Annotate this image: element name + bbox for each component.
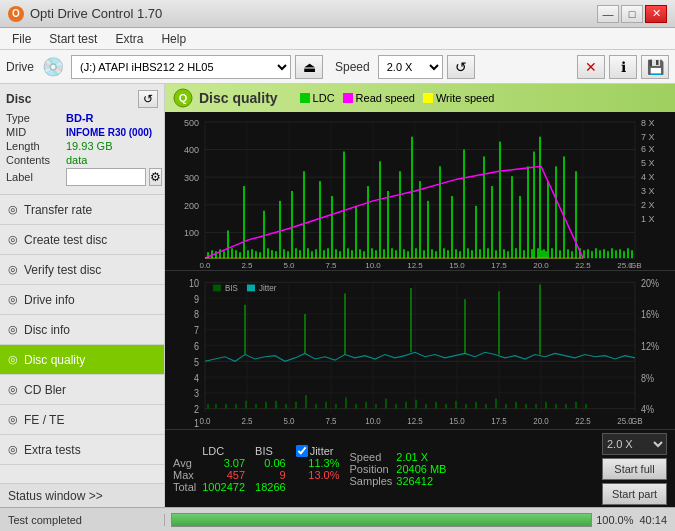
status-text: Test completed — [0, 514, 165, 526]
svg-text:20%: 20% — [641, 277, 659, 289]
svg-rect-200 — [255, 404, 257, 409]
label-gear-button[interactable]: ⚙ — [149, 168, 162, 186]
sidebar-item-disc-info[interactable]: ◎ Disc info — [0, 315, 164, 345]
svg-text:20.0: 20.0 — [533, 261, 549, 270]
svg-rect-97 — [415, 248, 417, 258]
drive-select[interactable]: (J:) ATAPI iHBS212 2 HL05 — [71, 55, 291, 79]
menu-file[interactable]: File — [4, 30, 39, 48]
svg-rect-47 — [215, 251, 217, 258]
chart-upper: 500 400 300 200 100 8 X 7 X 6 X 5 X 4 X … — [165, 112, 675, 271]
erase-button[interactable]: ✕ — [577, 55, 605, 79]
svg-rect-195 — [207, 404, 209, 409]
sidebar-item-drive-info[interactable]: ◎ Drive info — [0, 285, 164, 315]
menu-bar: File Start test Extra Help — [0, 28, 675, 50]
sidebar-item-transfer-rate[interactable]: ◎ Transfer rate — [0, 195, 164, 225]
svg-text:8%: 8% — [641, 372, 654, 384]
sidebar-item-verify-test-disc[interactable]: ◎ Verify test disc — [0, 255, 164, 285]
svg-rect-145 — [595, 248, 597, 258]
svg-rect-125 — [527, 166, 529, 258]
svg-rect-132 — [545, 251, 547, 258]
drive-info-label: Drive info — [24, 293, 75, 307]
sidebar-item-disc-quality[interactable]: ◎ Disc quality — [0, 345, 164, 375]
svg-rect-214 — [395, 404, 397, 409]
svg-text:12.5: 12.5 — [407, 416, 423, 427]
svg-rect-58 — [259, 252, 261, 258]
svg-text:7 X: 7 X — [641, 132, 655, 142]
svg-rect-108 — [459, 251, 461, 258]
save-button[interactable]: 💾 — [641, 55, 669, 79]
svg-rect-212 — [375, 404, 377, 409]
svg-rect-89 — [383, 249, 385, 258]
svg-text:12%: 12% — [641, 340, 659, 352]
sidebar-item-create-test-disc[interactable]: ◎ Create test disc — [0, 225, 164, 255]
svg-rect-51 — [231, 248, 233, 258]
refresh-button[interactable]: ↺ — [447, 55, 475, 79]
sidebar-item-fe-te[interactable]: ◎ FE / TE — [0, 405, 164, 435]
status-window-button[interactable]: Status window >> — [0, 483, 164, 507]
svg-rect-92 — [395, 250, 397, 258]
eject-button[interactable]: ⏏ — [295, 55, 323, 79]
read-speed-legend-label: Read speed — [356, 92, 415, 104]
svg-rect-218 — [435, 402, 437, 409]
menu-extra[interactable]: Extra — [107, 30, 151, 48]
svg-text:15.0: 15.0 — [449, 261, 465, 270]
svg-rect-121 — [511, 176, 513, 258]
svg-text:5.0: 5.0 — [283, 416, 294, 427]
svg-rect-126 — [531, 249, 533, 258]
svg-rect-117 — [495, 250, 497, 258]
svg-rect-222 — [475, 402, 477, 409]
svg-rect-118 — [499, 142, 501, 259]
ldc-col-header: LDC — [202, 445, 255, 457]
svg-text:17.5: 17.5 — [491, 416, 507, 427]
bis-avg: 0.06 — [255, 457, 296, 469]
disc-quality-header-icon: Q — [173, 88, 193, 108]
label-input[interactable] — [66, 168, 146, 186]
svg-text:7: 7 — [194, 325, 199, 337]
svg-text:6 X: 6 X — [641, 145, 655, 155]
speed-select[interactable]: 2.0 X — [378, 55, 443, 79]
progress-container: 100.0% — [165, 513, 639, 527]
svg-rect-103 — [439, 166, 441, 258]
max-row-label: Max — [173, 469, 202, 481]
svg-rect-228 — [535, 404, 537, 409]
fe-te-icon: ◎ — [8, 413, 18, 426]
svg-rect-114 — [483, 156, 485, 258]
svg-rect-66 — [291, 191, 293, 258]
svg-text:10.0: 10.0 — [365, 416, 381, 427]
sidebar-nav: ◎ Transfer rate ◎ Create test disc ◎ Ver… — [0, 195, 164, 465]
menu-start-test[interactable]: Start test — [41, 30, 105, 48]
svg-rect-87 — [375, 250, 377, 258]
svg-rect-213 — [385, 399, 387, 409]
jitter-checkbox[interactable] — [296, 445, 308, 457]
svg-rect-113 — [479, 249, 481, 258]
svg-rect-154 — [631, 250, 633, 258]
start-part-button[interactable]: Start part — [602, 483, 667, 505]
info-button[interactable]: ℹ — [609, 55, 637, 79]
svg-rect-191 — [213, 285, 221, 292]
svg-rect-53 — [239, 252, 241, 258]
svg-rect-68 — [299, 250, 301, 258]
sidebar-item-cd-bler[interactable]: ◎ CD Bler — [0, 375, 164, 405]
start-full-button[interactable]: Start full — [602, 458, 667, 480]
jitter-avg: 11.3% — [296, 457, 340, 469]
svg-rect-208 — [335, 404, 337, 409]
svg-rect-110 — [467, 248, 469, 258]
sidebar-item-extra-tests[interactable]: ◎ Extra tests — [0, 435, 164, 465]
close-button[interactable]: ✕ — [645, 5, 667, 23]
svg-rect-82 — [355, 206, 357, 258]
charts-container: 500 400 300 200 100 8 X 7 X 6 X 5 X 4 X … — [165, 112, 675, 429]
disc-panel-title: Disc — [6, 92, 31, 106]
svg-rect-69 — [303, 171, 305, 258]
svg-rect-206 — [315, 404, 317, 409]
disc-refresh-button[interactable]: ↺ — [138, 90, 158, 108]
position-field-label: Position — [350, 463, 397, 475]
minimize-button[interactable]: — — [597, 5, 619, 23]
svg-rect-83 — [359, 249, 361, 258]
stats-bar: LDC BIS Jitter Avg 3.07 0.06 11.3% Max 4… — [165, 429, 675, 507]
maximize-button[interactable]: □ — [621, 5, 643, 23]
svg-rect-150 — [615, 250, 617, 258]
speed-dropdown-stats[interactable]: 2.0 X — [602, 433, 667, 455]
svg-text:400: 400 — [184, 146, 199, 156]
svg-rect-80 — [347, 248, 349, 258]
menu-help[interactable]: Help — [153, 30, 194, 48]
